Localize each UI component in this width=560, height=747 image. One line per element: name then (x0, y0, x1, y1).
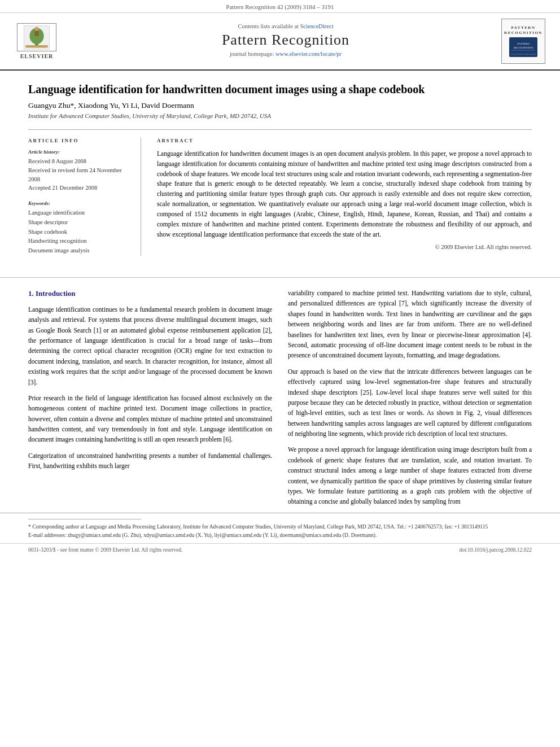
contents-text: Contents lists available at (238, 23, 299, 29)
abstract-label: ABSTRACT (157, 138, 532, 143)
history-item-1: Received in revised form 24 November 200… (28, 166, 132, 184)
homepage-line: journal homepage: www.elsevier.com/locat… (73, 51, 498, 57)
intro-right-para-0: variability compared to machine printed … (288, 288, 532, 361)
elsevier-text: ELSEVIER (20, 53, 54, 59)
abstract-text: Language identification for handwritten … (157, 149, 532, 239)
journal-header: ELSEVIER Contents lists available at Sci… (0, 13, 560, 71)
article-info-label: ARTICLE INFO (28, 138, 132, 143)
intro-para-1: Prior research in the field of language … (28, 393, 272, 445)
homepage-link[interactable]: www.elsevier.com/locate/pr (275, 51, 342, 57)
article-content: Language identification for handwritten … (0, 71, 560, 267)
history-item-0: Received 8 August 2008 (28, 157, 132, 166)
intro-para-2: Categorization of unconstrained handwrit… (28, 451, 272, 471)
article-title: Language identification for handwritten … (28, 82, 532, 97)
issn-text: 0031-3203/$ - see front matter © 2009 El… (28, 547, 182, 553)
pr-logo-image: PATTERN RECOGNITION www.elsevier.com/loc… (509, 37, 537, 57)
doi-text: doi:10.1016/j.patcog.2008.12.022 (459, 547, 532, 553)
footnote-email-note: E-mail addresses: zhugy@umiacs.umd.edu (… (28, 531, 532, 540)
authors-text: Guangyu Zhu*, Xiaodong Yu, Yi Li, David … (28, 101, 194, 110)
homepage-text: journal homepage: (230, 51, 274, 57)
intro-right-para-2: We propose a novel approach for language… (288, 444, 532, 506)
journal-center: Contents lists available at ScienceDirec… (73, 23, 498, 59)
body-right-col: variability compared to machine printed … (288, 288, 532, 513)
history-item-2: Accepted 21 December 2008 (28, 184, 132, 193)
keyword-4: Document image analysis (28, 246, 132, 256)
top-bar: Pattern Recognition 42 (2009) 3184 – 319… (0, 0, 560, 13)
intro-heading: 1. Introduction (28, 288, 272, 300)
body-left-col: 1. Introduction Language identification … (28, 288, 272, 513)
elsevier-logo: ELSEVIER (11, 23, 62, 59)
article-history-label: Article history: (28, 149, 132, 155)
svg-text:www.elsevier.com/locate/pr: www.elsevier.com/locate/pr (511, 53, 536, 55)
abstract-col: ABSTRACT Language identification for han… (157, 138, 532, 256)
body-content: 1. Introduction Language identification … (0, 288, 560, 513)
svg-rect-4 (34, 30, 38, 36)
pr-label: PATTERNRECOGNITION (504, 25, 542, 36)
intro-right-para-1: Our approach is based on the view that t… (288, 366, 532, 439)
keyword-3: Handwriting recognition (28, 237, 132, 246)
section-divider (0, 277, 560, 278)
pattern-recognition-logo: PATTERNRECOGNITION PATTERN RECOGNITION w… (498, 19, 549, 64)
bottom-bar: 0031-3203/$ - see front matter © 2009 El… (0, 543, 560, 556)
keywords-list: Language identification Shape descriptor… (28, 208, 132, 256)
sciencedirect-link[interactable]: ScienceDirect (300, 23, 334, 29)
intro-para-0: Language identification continues to be … (28, 304, 272, 387)
pr-logo-box: PATTERNRECOGNITION PATTERN RECOGNITION w… (501, 19, 545, 64)
keyword-0: Language identification (28, 208, 132, 218)
journal-title: Pattern Recognition (73, 32, 498, 49)
elsevier-logo-image (17, 23, 56, 51)
affiliation: Institute for Advanced Computer Studies,… (28, 112, 532, 119)
svg-text:RECOGNITION: RECOGNITION (514, 46, 533, 49)
history-list: Received 8 August 2008 Received in revis… (28, 157, 132, 193)
article-info-col: ARTICLE INFO Article history: Received 8… (28, 138, 141, 256)
article-info-abstract: ARTICLE INFO Article history: Received 8… (28, 129, 532, 256)
svg-point-3 (34, 27, 38, 30)
journal-citation: Pattern Recognition 42 (2009) 3184 – 319… (226, 3, 334, 10)
copyright: © 2009 Elsevier Ltd. All rights reserved… (157, 244, 532, 250)
svg-rect-5 (25, 45, 48, 48)
keyword-2: Shape codebook (28, 228, 132, 237)
contents-available-line: Contents lists available at ScienceDirec… (73, 23, 498, 29)
svg-text:PATTERN: PATTERN (517, 42, 530, 45)
keywords-label: Keywords: (28, 200, 132, 206)
footnote-star-note: * Corresponding author at Language and M… (28, 523, 532, 531)
keyword-1: Shape descriptor (28, 218, 132, 228)
footnote-area: * Corresponding author at Language and M… (0, 513, 560, 543)
authors: Guangyu Zhu*, Xiaodong Yu, Yi Li, David … (28, 101, 532, 110)
